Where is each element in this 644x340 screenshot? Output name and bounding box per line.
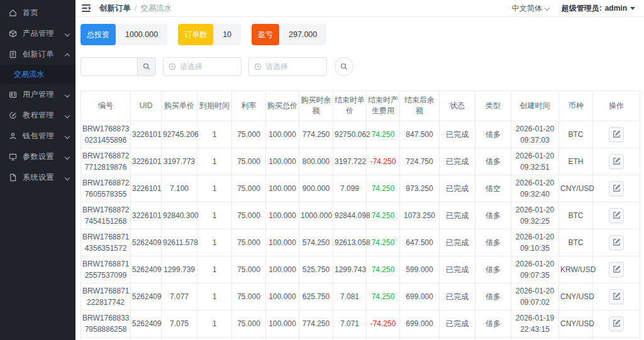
users-icon (8, 90, 18, 99)
caret-down-icon (630, 7, 635, 10)
cell-status: 已完成 (440, 175, 475, 202)
card-value: 10 (213, 24, 241, 45)
sidebar: 首页 产品管理 创新订单 交易流水 用户管理 教程管理 (0, 0, 75, 340)
table-row: BRW17688337958886258 5262409 7.075 1 75.… (81, 310, 640, 337)
chevron-down-icon (65, 175, 70, 180)
filter-search-button[interactable] (335, 57, 353, 76)
cell-order-id: BRW1768871222817742 (81, 283, 131, 310)
sidebar-item-label: 教程管理 (23, 110, 65, 121)
edit-icon (613, 157, 621, 165)
cell-type: 借多 (475, 283, 511, 310)
cell-expiry: 1 (197, 148, 232, 175)
cell-created-time: 2026-01-1922:43:05 (511, 337, 559, 340)
keyword-search-button[interactable] (137, 57, 156, 76)
cell-uid: 5262409 (131, 283, 162, 310)
breadcrumb-parent: 创新订单 (99, 3, 131, 14)
edit-icon (613, 184, 621, 192)
menu-fold-icon[interactable] (82, 4, 92, 12)
table-row: BRW17688714356351572 5262409 92611.578 1… (81, 229, 640, 256)
chevron-up-icon (65, 52, 70, 57)
card-label-badge: 订单数 (178, 24, 213, 45)
cell-end-balance: 847.500 (400, 121, 440, 148)
cell-balance-at-buy: 774.250 (299, 121, 333, 148)
order-icon (8, 50, 18, 59)
sidebar-item-tutorials[interactable]: 教程管理 (0, 105, 75, 126)
chevron-down-icon (65, 92, 70, 97)
sidebar-item-transactions[interactable]: 交易流水 (0, 65, 75, 84)
tutorial-icon (8, 111, 18, 120)
cell-type: 借空 (475, 175, 511, 202)
edit-button[interactable] (609, 208, 624, 223)
cell-actions (593, 337, 640, 340)
cell-uid: 5262409 (131, 337, 162, 340)
language-selector[interactable]: 中文简体 (512, 3, 550, 14)
sidebar-item-parameters[interactable]: 参数设置 (0, 146, 75, 167)
column-header: 购买单价 (162, 91, 197, 121)
cell-balance-at-buy: 1000.000 (299, 202, 333, 229)
edit-button[interactable] (609, 154, 624, 169)
main-area: 创新订单 / 交易流水 中文简体 超级管理员: admin 总投资 (75, 0, 644, 340)
cell-created-time: 2026-01-1922:43:15 (511, 310, 559, 337)
cell-expiry: 1 (197, 256, 232, 283)
cell-rate: 75.000 (232, 256, 266, 283)
cell-buy-price: 92611.578 (162, 229, 197, 256)
chevron-down-icon (545, 6, 550, 11)
table-row: BRW17688727712819876 3226101 3197.773 1 … (81, 148, 640, 175)
cell-rate: 75.000 (232, 283, 266, 310)
sidebar-item-wallets[interactable]: 钱包管理 (0, 126, 75, 146)
user-menu[interactable]: 超级管理员: admin (562, 3, 635, 14)
date-end-picker[interactable]: 请选择 (248, 57, 327, 76)
topbar: 创新订单 / 交易流水 中文简体 超级管理员: admin (75, 0, 644, 17)
cell-created-time: 2026-01-2009:32:40 (511, 175, 559, 202)
keyword-input[interactable] (80, 57, 137, 76)
cell-rate: 75.000 (232, 337, 266, 340)
cell-end-price: 7.081 (333, 283, 367, 310)
orders-table: 编号UID购买单价到期时间利率购买总价购买时余额结束时单价结束时产生费用结束后余… (80, 90, 640, 340)
cell-actions (593, 229, 640, 256)
cell-end-fee: 74.250 (367, 175, 400, 202)
cell-coin: BTC (559, 229, 593, 256)
sidebar-item-system[interactable]: 系统设置 (0, 167, 75, 188)
cell-uid: 3226101 (131, 175, 162, 202)
summary-cards: 总投资 1000.000 订单数 10 盈亏 297.000 (80, 24, 640, 45)
sidebar-item-orders[interactable]: 创新订单 (0, 44, 75, 65)
cell-buy-price: 3197.773 (162, 148, 197, 175)
cell-rate: 75.000 (232, 121, 266, 148)
cell-expiry: 1 (197, 175, 232, 202)
sidebar-item-users[interactable]: 用户管理 (0, 84, 75, 105)
cell-coin: BTC (559, 337, 593, 340)
cell-end-price: 7.099 (333, 175, 367, 202)
cell-created-time: 2026-01-2009:32:25 (511, 202, 559, 229)
home-icon (8, 8, 18, 18)
date-start-picker[interactable]: 请选择 (163, 57, 242, 76)
cell-uid: 3226101 (131, 148, 162, 175)
edit-button[interactable] (609, 181, 624, 196)
edit-button[interactable] (609, 289, 624, 304)
cell-balance-at-buy: 900.000 (299, 175, 333, 202)
sidebar-submenu: 交易流水 (0, 65, 75, 84)
card-value: 297.000 (279, 24, 326, 45)
cell-order-id: BRW17688337854754617 (81, 337, 131, 340)
edit-button[interactable] (609, 235, 624, 250)
cell-end-balance: 724.750 (400, 148, 440, 175)
cell-actions (593, 121, 640, 148)
cell-end-balance: 973.250 (400, 175, 440, 202)
cell-coin: CNY/USD (559, 310, 593, 337)
sidebar-item-label: 创新订单 (23, 49, 65, 60)
table-row: BRW17688727605578355 3226101 7.100 1 75.… (81, 175, 640, 202)
cell-buy-total: 100.000 (266, 229, 299, 256)
cell-order-id: BRW17688337958886258 (81, 310, 131, 337)
system-icon (8, 173, 18, 182)
keyword-search-group (80, 57, 156, 76)
cell-end-balance: 799.000 (400, 337, 440, 340)
cell-type: 借多 (475, 256, 511, 283)
cell-buy-price: 1299.739 (162, 256, 197, 283)
breadcrumb-current[interactable]: 交易流水 (140, 3, 172, 14)
sidebar-item-products[interactable]: 产品管理 (0, 23, 75, 44)
sidebar-item-home[interactable]: 首页 (0, 3, 75, 23)
edit-button[interactable] (609, 262, 624, 277)
edit-button[interactable] (609, 316, 624, 331)
edit-button[interactable] (609, 127, 624, 142)
column-header: 购买时余额 (299, 91, 333, 121)
cell-end-price: 3197.722 (333, 148, 367, 175)
